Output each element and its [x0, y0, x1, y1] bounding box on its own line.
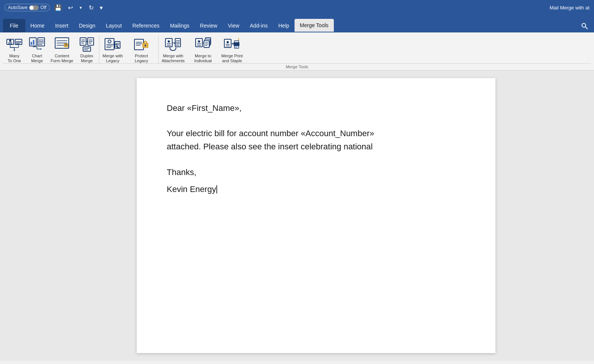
merge-print-staple-label: Merge Printand Staple — [221, 54, 243, 63]
svg-point-3 — [9, 40, 11, 42]
menu-item-file[interactable]: File — [3, 19, 25, 32]
autosave-badge[interactable]: AutoSave Off — [5, 4, 50, 11]
menu-item-design[interactable]: Design — [74, 19, 101, 32]
svg-rect-13 — [31, 42, 32, 45]
protect-legacy-icon — [132, 35, 150, 54]
duplex-merge-icon — [78, 35, 96, 54]
svg-point-41 — [108, 40, 111, 43]
merge-attachments-icon — [164, 35, 182, 54]
svg-line-1 — [585, 27, 588, 29]
document-page[interactable]: Dear «First_Name», Your electric bill fo… — [137, 78, 495, 353]
menu-item-review[interactable]: Review — [195, 19, 223, 32]
svg-rect-50 — [134, 39, 143, 50]
duplex-merge-label: DuplexMerge — [80, 54, 93, 63]
menu-item-view[interactable]: View — [222, 19, 244, 32]
text-cursor — [216, 185, 217, 194]
title-bar-left: AutoSave Off 💾 ↩ ▼ ↻ ▾ — [5, 3, 104, 12]
customize-qat-icon[interactable]: ▾ — [98, 3, 104, 12]
svg-marker-20 — [40, 48, 42, 50]
menu-item-mergetools[interactable]: Merge Tools — [295, 19, 334, 32]
merge-print-staple-icon — [223, 35, 241, 54]
svg-point-0 — [582, 23, 586, 27]
content-form-merge-label: ContentForm Merge — [51, 54, 73, 63]
svg-point-69 — [198, 40, 200, 43]
svg-point-80 — [227, 41, 229, 43]
many-to-one-icon — [5, 35, 23, 54]
chart-merge-icon — [28, 35, 46, 54]
doc-greeting: Dear «First_Name», — [167, 101, 465, 116]
svg-rect-14 — [33, 40, 34, 45]
title-bar: AutoSave Off 💾 ↩ ▼ ↻ ▾ Mail Merge with a… — [0, 0, 594, 15]
content-form-merge-icon — [53, 35, 71, 54]
merge-individual-icon — [194, 35, 212, 54]
merge-attachments-label: Merge withAttachments — [162, 54, 185, 63]
redo-icon[interactable]: ↻ — [87, 3, 95, 12]
menu-item-layout[interactable]: Layout — [101, 19, 127, 32]
doc-closing: Thanks, — [167, 165, 465, 180]
menu-item-addins[interactable]: Add-ins — [245, 19, 273, 32]
window-title: Mail Merge with at — [550, 5, 589, 11]
doc-body: Your electric bill for account number «A… — [167, 127, 465, 153]
svg-point-58 — [168, 40, 170, 43]
doc-signature: Kevin Energy — [167, 182, 465, 197]
autosave-toggle[interactable] — [29, 5, 39, 10]
document-area: Dear «First_Name», Your electric bill fo… — [0, 71, 594, 361]
menu-item-home[interactable]: Home — [25, 19, 50, 32]
ribbon-group-label: Merge Tools — [286, 65, 309, 69]
autosave-label: AutoSave — [8, 5, 28, 10]
chart-merge-label: ChartMerge — [31, 54, 43, 63]
menu-item-references[interactable]: References — [127, 19, 165, 32]
menu-item-insert[interactable]: Insert — [50, 19, 74, 32]
undo-dropdown-icon[interactable]: ▼ — [77, 5, 84, 11]
search-icon[interactable] — [578, 20, 591, 32]
document-content: Dear «First_Name», Your electric bill fo… — [167, 101, 465, 197]
undo-icon[interactable]: ↩ — [66, 3, 74, 12]
save-icon[interactable]: 💾 — [53, 3, 63, 12]
menu-item-help[interactable]: Help — [273, 19, 295, 32]
ribbon: ManyTo OneMerge ChartMerge — [0, 32, 594, 71]
autosave-state: Off — [40, 5, 46, 10]
menu-item-mailings[interactable]: Mailings — [165, 19, 194, 32]
menu-bar: File Home Insert Design Layout Reference… — [0, 15, 594, 32]
svg-rect-37 — [83, 47, 91, 51]
svg-marker-11 — [14, 50, 15, 51]
merge-legacy-icon — [103, 35, 122, 54]
